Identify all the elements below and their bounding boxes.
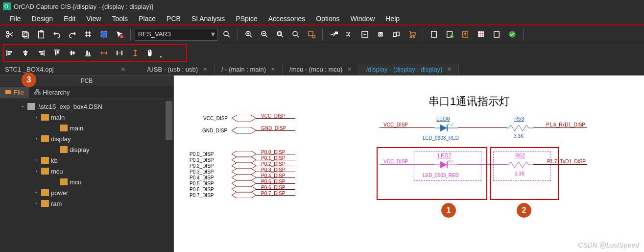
svg-rect-17 [309,31,313,36]
wire [256,189,295,190]
bom-icon[interactable] [405,27,419,41]
tree-node[interactable]: mcu [0,176,173,187]
spreadsheet-icon[interactable] [474,27,488,41]
tab-display[interactable]: /display - (display : display)✕ [359,64,459,75]
check-icon[interactable] [505,27,519,41]
cut-icon[interactable] [3,27,17,41]
wire [533,127,587,128]
led-symbol [434,123,458,133]
redo-icon[interactable] [66,27,79,41]
menu-place[interactable]: Place [134,13,161,24]
svg-marker-68 [232,192,256,198]
chevron-down-icon[interactable]: ▾ [209,29,217,39]
tree-node[interactable]: main [0,123,173,133]
tree-node[interactable]: +ram [0,198,173,209]
separator [238,28,238,40]
part-search-value[interactable]: RES_VAR3 [135,30,209,38]
zoom-fit-icon[interactable] [273,27,287,41]
close-icon[interactable]: ✕ [447,66,452,73]
menu-edit[interactable]: Edit [59,13,80,24]
schematic-canvas[interactable]: 串口1通讯指示灯 VCC_DISP VCC_DISP GND_DISP GND_… [174,76,644,252]
tree-node[interactable]: ▪display [0,133,173,144]
menu-window[interactable]: Window [345,13,380,24]
menu-help[interactable]: Help [381,13,405,24]
pin-label: P0.4_DISP [190,175,214,180]
menu-accessories[interactable]: Accessories [263,13,310,24]
menu-file[interactable]: File [5,13,26,24]
menubar: File Design Edit View Tools Place PCB SI… [0,13,644,25]
collapse-icon[interactable]: ▪ [33,169,39,174]
close-icon[interactable]: ✕ [120,66,126,73]
cross-ref-icon[interactable] [389,27,403,41]
part-value: 3.3K [514,133,524,139]
drc-icon[interactable] [358,27,372,41]
zoom-area-icon[interactable] [289,27,303,41]
tree-node[interactable]: ▪mcu [0,166,173,176]
close-icon[interactable]: ✕ [347,66,352,73]
copy-icon[interactable] [19,27,32,41]
separator [322,28,323,40]
tab-main[interactable]: / - (main : main)✕ [215,64,283,75]
tree-node[interactable]: +kb [0,155,173,166]
new-sheet-icon[interactable]: + [443,27,456,41]
tree-node[interactable]: +power [0,187,173,198]
project-tree[interactable]: ▪.\stc15_exp_box4.DSN ▪main main ▪displa… [0,99,173,252]
close-icon[interactable]: ✕ [203,66,207,73]
expand-icon[interactable]: + [33,158,39,163]
hierarchy-icon [34,89,41,96]
menu-si[interactable]: SI Analysis [187,13,230,24]
toolbar-align: ▾ [0,43,644,63]
annotation-badge-1: 1 [441,203,456,218]
sidebar-tab-file[interactable]: File [0,87,29,98]
paste-icon[interactable] [34,27,48,41]
menu-pcb[interactable]: PCB [162,13,186,24]
annotate-icon[interactable]: 10 [327,27,340,41]
scrollbar[interactable] [166,101,172,140]
part-search-box[interactable]: RES_VAR3 ▾ [135,28,218,41]
folder-icon [41,157,49,164]
window-title: OrCAD Capture CIS-[/display - (display :… [14,3,153,10]
cursor-warn-icon[interactable]: ! [113,27,126,41]
select-area-icon[interactable] [97,27,111,41]
pin-label: P0.1_DISP [190,157,214,163]
zoom-in-icon[interactable] [242,27,256,41]
project-tab-label: STC1 _BOX4.opj [5,66,54,73]
wire [380,127,434,128]
menu-design[interactable]: Design [27,13,58,24]
expand-icon[interactable]: + [33,190,39,195]
tree-node-dsn[interactable]: ▪.\stc15_exp_box4.DSN [0,101,173,112]
folder-icon [41,200,49,207]
menu-options[interactable]: Options [311,13,344,24]
menu-view[interactable]: View [81,13,106,24]
close-icon[interactable]: ✕ [271,66,275,73]
search-icon[interactable] [220,27,234,41]
sheet-up-icon[interactable] [458,27,472,41]
tree-node[interactable]: ▪main [0,112,173,123]
menu-pspice[interactable]: PSpice [231,13,262,24]
folder-icon [41,114,49,121]
document-icon [27,103,35,110]
app-logo-icon: O [3,2,11,10]
folder-icon [5,89,12,96]
expand-icon[interactable]: + [33,201,39,206]
collapse-icon[interactable]: ▪ [33,115,39,120]
folder-icon [41,135,49,142]
zoom-out-icon[interactable] [258,27,271,41]
sheet-icon[interactable] [427,27,441,41]
tree-node[interactable]: display [0,144,173,155]
tab-usb[interactable]: /USB - (usb : usb)✕ [141,64,215,75]
back-annotate-icon[interactable] [342,27,356,41]
netlist-icon[interactable]: N [374,27,387,41]
pin-label: P0.2_DISP [190,163,214,169]
grid-icon[interactable] [81,27,95,41]
menu-tools[interactable]: Tools [107,13,133,24]
undo-icon[interactable] [50,27,64,41]
sync-icon[interactable] [490,27,503,41]
collapse-icon[interactable]: ▪ [20,104,25,109]
tab-mcu[interactable]: /mcu - (mcu : mcu)✕ [283,64,359,75]
project-tab[interactable]: STC1 _BOX4.opj ✕ [0,64,131,75]
svg-rect-15 [278,32,281,35]
sidebar-tab-hierarchy[interactable]: Hierarchy [29,87,75,98]
zoom-selection-icon[interactable] [305,27,318,41]
collapse-icon[interactable]: ▪ [33,136,39,141]
